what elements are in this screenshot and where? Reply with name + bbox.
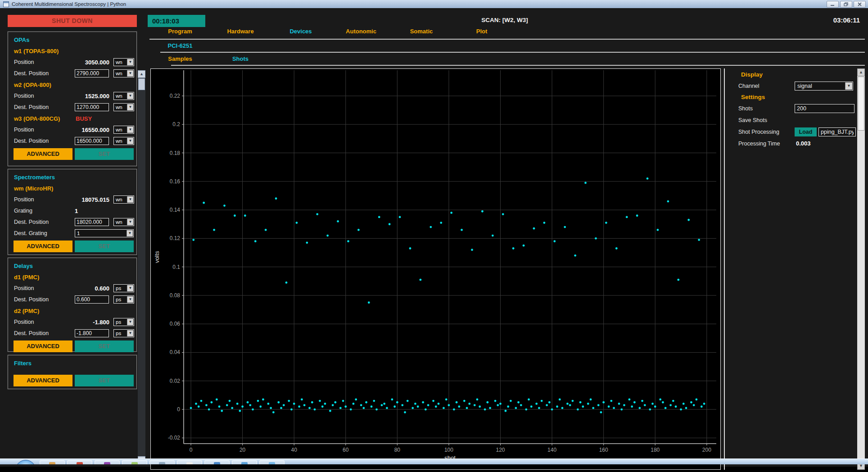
data-point (662, 401, 664, 404)
field-label: Position (14, 91, 34, 102)
right-scrollbar-thumb[interactable] (858, 77, 864, 131)
start-button[interactable] (15, 460, 36, 464)
chevron-down-icon[interactable]: ▼ (127, 230, 133, 236)
chevron-down-icon[interactable]: ▼ (127, 285, 133, 291)
units-select[interactable]: wn▼ (113, 103, 134, 111)
units-select[interactable]: ps▼ (113, 295, 134, 304)
data-point (675, 405, 677, 408)
set-button[interactable]: SET (75, 340, 134, 352)
tab-autonomic[interactable]: Autonomic (331, 28, 391, 35)
chevron-down-icon[interactable]: ▼ (127, 219, 133, 225)
tab-hardware[interactable]: Hardware (210, 28, 271, 35)
dest-position-input[interactable] (75, 329, 109, 337)
minimize-button[interactable] (827, 1, 839, 8)
chevron-down-icon[interactable]: ▼ (845, 82, 852, 90)
units-select[interactable]: wn▼ (113, 126, 134, 134)
channel-select[interactable]: signal ▼ (795, 82, 853, 91)
taskbar-app-button[interactable] (67, 460, 92, 464)
advanced-button[interactable]: ADVANCED (14, 148, 72, 160)
load-script-button[interactable]: Load (795, 127, 817, 136)
chevron-down-icon[interactable]: ▼ (127, 104, 133, 110)
chevron-down-icon[interactable]: ▼ (127, 196, 133, 203)
units-select[interactable]: wn▼ (113, 137, 134, 145)
units-select[interactable]: wn▼ (113, 69, 134, 77)
left-scrollbar-thumb[interactable] (138, 78, 145, 90)
units-select[interactable]: wn▼ (113, 58, 134, 66)
svg-text:0.14: 0.14 (170, 207, 181, 213)
dest-position-input[interactable] (75, 218, 109, 226)
taskbar-app-button[interactable] (122, 460, 147, 464)
position-readout: 0.600 (61, 283, 109, 294)
data-point (499, 403, 502, 405)
data-point (308, 407, 311, 409)
tab-program[interactable]: Program (150, 28, 210, 35)
tab-samples[interactable]: Samples (150, 55, 210, 62)
data-point (577, 408, 579, 411)
chevron-down-icon[interactable]: ▼ (127, 330, 133, 336)
units-select[interactable]: wn▼ (113, 195, 134, 204)
dest-position-input[interactable] (75, 103, 109, 111)
set-button[interactable]: SET (75, 148, 134, 160)
units-select[interactable]: wn▼ (113, 218, 134, 226)
taskbar-app-button[interactable] (259, 460, 285, 464)
data-point (687, 219, 690, 221)
group-title: Delays (14, 260, 33, 272)
chevron-down-icon[interactable]: ▼ (127, 93, 133, 99)
tab-plot[interactable]: Plot (452, 28, 512, 35)
processing-script-field[interactable] (818, 127, 856, 136)
panel-divider[interactable] (724, 68, 725, 470)
shutdown-button[interactable]: SHUT DOWN (8, 15, 137, 27)
chevron-down-icon[interactable]: ▼ (127, 70, 133, 77)
shots-scatter-plot[interactable]: 020406080100120140160180200-0.0200.020.0… (150, 68, 721, 470)
data-point (371, 405, 373, 408)
dest-position-input[interactable] (75, 295, 109, 304)
chevron-down-icon[interactable]: ▼ (127, 138, 133, 144)
title-bar: Coherent Multidimensional Spectroscopy |… (0, 0, 868, 9)
chevron-down-icon[interactable]: ▼ (127, 319, 133, 325)
tab-shots[interactable]: Shots (210, 55, 271, 62)
close-button[interactable] (854, 1, 866, 8)
left-scrollbar[interactable]: ▲ ▼ (138, 70, 145, 464)
scroll-up-icon[interactable]: ▲ (857, 68, 865, 76)
taskbar-app-button[interactable] (40, 460, 65, 464)
dest-grating-select[interactable]: 1▼ (75, 229, 134, 237)
shots-input[interactable] (795, 104, 854, 113)
data-point (631, 405, 633, 408)
taskbar-app-button[interactable] (177, 460, 202, 464)
taskbar-app-button[interactable] (95, 460, 120, 464)
advanced-button[interactable]: ADVANCED (14, 375, 72, 386)
data-point (265, 229, 267, 231)
svg-text:0.1: 0.1 (172, 264, 180, 270)
chevron-down-icon[interactable]: ▼ (127, 59, 133, 65)
set-button[interactable]: SET (75, 375, 134, 386)
scroll-up-icon[interactable]: ▲ (138, 70, 145, 78)
dest-position-input[interactable] (75, 137, 109, 145)
data-point (247, 401, 249, 404)
data-point (342, 400, 344, 402)
taskbar-app-button[interactable] (149, 460, 175, 464)
data-point (448, 404, 450, 406)
taskbar-app-button[interactable] (232, 460, 257, 464)
combo-value: ps (116, 319, 121, 325)
restore-button[interactable] (840, 1, 852, 8)
units-select[interactable]: ps▼ (113, 329, 134, 337)
set-button[interactable]: SET (75, 241, 134, 252)
data-point (610, 400, 612, 402)
tab-pci-6251[interactable]: PCI-6251 (150, 42, 210, 49)
tab-devices[interactable]: Devices (271, 28, 331, 35)
tab-somatic[interactable]: Somatic (391, 28, 452, 35)
chevron-down-icon[interactable]: ▼ (127, 296, 133, 303)
advanced-button[interactable]: ADVANCED (14, 241, 72, 252)
units-select[interactable]: wn▼ (113, 92, 134, 100)
chevron-down-icon[interactable]: ▼ (127, 127, 133, 133)
dest-position-input[interactable] (75, 69, 109, 77)
windows-taskbar[interactable] (0, 458, 868, 464)
advanced-button[interactable]: ADVANCED (14, 340, 72, 352)
units-select[interactable]: ps▼ (113, 318, 134, 326)
right-scrollbar[interactable]: ▲ ▼ (857, 68, 865, 470)
data-point (669, 404, 672, 406)
data-point (316, 213, 318, 215)
data-point (492, 235, 494, 237)
taskbar-app-button[interactable] (204, 460, 230, 464)
units-select[interactable]: ps▼ (113, 284, 134, 292)
